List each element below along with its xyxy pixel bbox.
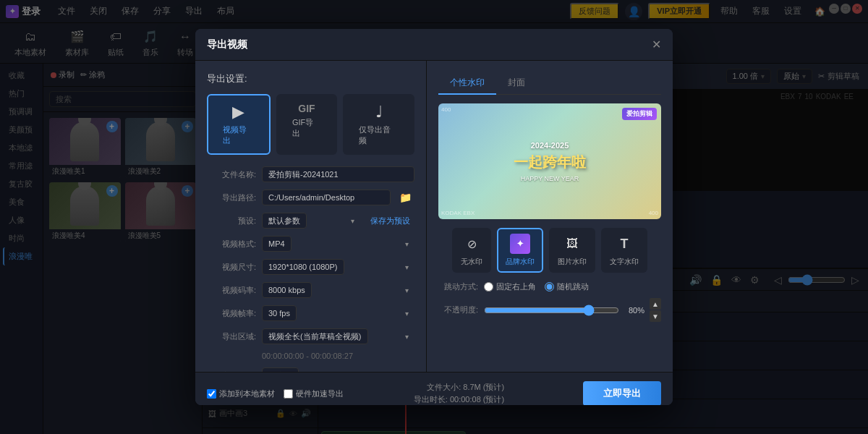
export-dialog: 导出视频 ✕ 导出设置: ▶ 视频导出 GIF GIF导出 [195,29,673,405]
audio-select[interactable]: 双声道 [262,367,299,372]
preview-ruler-marks: 400 [441,106,451,113]
bitrate-label: 视频码率: [207,285,256,296]
random-radio-item[interactable]: 随机跳动 [545,281,589,292]
file-size-info: 文件大小: 8.7M (预计) [427,382,504,393]
time-range-value: 00:00:00:00 - 00:00:08:27 [262,352,353,360]
opacity-decrease-btn[interactable]: ▼ [650,310,661,322]
opacity-slider[interactable] [484,305,619,316]
preview-ruler-right: 400 [649,210,658,216]
preview-sub-text: HAPPY NEW YEAR [521,175,579,182]
dialog-body: 导出设置: ▶ 视频导出 GIF GIF导出 ♩ 仅导出音频 [195,61,673,372]
watermark-tabs: 个性水印 封面 [438,72,661,95]
dialog-overlay: 导出视频 ✕ 导出设置: ▶ 视频导出 GIF GIF导出 [0,0,868,434]
wm-text-watermark[interactable]: T 文字水印 [601,228,647,273]
fixed-radio-item[interactable]: 固定右上角 [484,281,536,292]
preview-year-text: 2024-2025 [531,141,569,150]
hw-accel-input[interactable] [284,389,293,399]
random-radio[interactable] [545,282,554,292]
browse-folder-button[interactable]: 📁 [396,190,414,205]
export-range-row: 导出区域: 视频全长(当前草稿全视频) [207,328,414,344]
preview-image: 2024-2025 一起跨年啦 HAPPY NEW YEAR 爱拍剪辑 KODA… [438,103,661,219]
add-local-label: 添加到本地素材 [219,388,275,399]
watermark-options: ⊘ 无水印 ✦ 品牌水印 🖼 图片水印 T 文字水印 [438,228,661,273]
opacity-label: 不透明度: [438,305,478,315]
brand-watermark-icon: ✦ [510,234,530,254]
no-watermark-icon: ⊘ [461,234,482,254]
audio-row: 音频声道: 双声道 [207,367,414,372]
image-watermark-icon: 🖼 [562,234,582,254]
stepper-buttons: ▲ ▼ [650,298,661,322]
format-row: 视频格式: MP4 [207,236,414,252]
random-label: 随机跳动 [557,281,589,292]
bitrate-select[interactable]: 8000 kbps [262,282,312,298]
filename-label: 文件名称: [207,169,256,180]
no-watermark-label: 无水印 [461,257,482,267]
opacity-slider-row: 80% ▲ ▼ [484,298,661,322]
dialog-right: 个性水印 封面 2024-2025 一起跨年啦 HAPPY NEW YEAR 爱… [427,61,673,372]
audio-label: 音频声道: [207,370,256,373]
resolution-row: 视频尺寸: 1920*1080 (1080P) [207,259,414,275]
opacity-value: 80% [625,306,648,315]
add-local-checkbox[interactable]: 添加到本地素材 [207,388,275,399]
resolution-select-wrapper: 1920*1080 (1080P) [262,259,414,275]
format-select-wrapper: MP4 [262,236,414,252]
wm-brand-watermark[interactable]: ✦ 品牌水印 [497,228,543,273]
add-local-input[interactable] [207,389,216,399]
preset-row: 预设: 默认参数 保存为预设 [207,213,414,229]
time-range-row: 00:00:00:00 - 00:00:08:27 [207,352,414,360]
format-select[interactable]: MP4 [262,236,292,252]
tab-gif-export[interactable]: GIF GIF导出 [276,94,337,155]
export-now-button[interactable]: 立即导出 [583,381,661,405]
opacity-stepper: 80% ▲ ▼ [625,298,661,322]
brand-watermark-label: 品牌水印 [506,257,535,267]
save-preset-button[interactable]: 保存为预设 [366,214,414,228]
framerate-label: 视频帧率: [207,308,256,319]
wm-image-watermark[interactable]: 🖼 图片水印 [549,228,595,273]
wm-tab-watermark[interactable]: 个性水印 [438,72,496,95]
preset-select-wrapper: 默认参数 [262,213,360,229]
path-row: 导出路径: 📁 [207,190,414,205]
export-range-select[interactable]: 视频全长(当前草稿全视频) [262,328,368,344]
bitrate-select-wrapper: 8000 kbps [262,282,414,298]
opacity-row: 不透明度: 80% ▲ ▼ [438,298,661,322]
gif-export-icon: GIF [298,103,315,114]
dialog-left: 导出设置: ▶ 视频导出 GIF GIF导出 ♩ 仅导出音频 [195,61,427,372]
image-watermark-label: 图片水印 [558,257,587,267]
dialog-title: 导出视频 [207,38,247,51]
hw-accel-checkbox[interactable]: 硬件加速导出 [284,388,344,399]
export-tabs: ▶ 视频导出 GIF GIF导出 ♩ 仅导出音频 [207,94,414,155]
jump-mode-label: 跳动方式: [438,281,478,292]
hw-accel-label: 硬件加速导出 [296,388,344,399]
preview-kodak-left: KODAK EBX [441,210,475,216]
tab-video-label: 视频导出 [223,124,255,146]
wm-tab-cover[interactable]: 封面 [496,72,537,95]
dialog-header: 导出视频 ✕ [195,29,673,61]
fixed-label: 固定右上角 [496,281,536,292]
framerate-row: 视频帧率: 30 fps [207,305,414,321]
text-watermark-icon: T [614,234,634,254]
fixed-radio[interactable] [484,282,493,292]
framerate-select[interactable]: 30 fps [262,305,297,321]
preview-image-inner: 2024-2025 一起跨年啦 HAPPY NEW YEAR [438,103,661,219]
video-export-icon: ▶ [232,103,244,122]
export-range-label: 导出区域: [207,331,256,342]
path-input[interactable] [262,190,391,205]
preset-select[interactable]: 默认参数 [262,213,307,229]
tab-video-export[interactable]: ▶ 视频导出 [207,94,271,155]
file-info-block: 文件大小: 8.7M (预计) 导出时长: 00:00:08 (预计) [414,382,504,405]
preview-main-text: 一起跨年啦 [514,153,586,172]
tab-audio-export[interactable]: ♩ 仅导出音频 [343,94,414,155]
filename-input[interactable] [262,166,414,182]
export-settings-title: 导出设置: [207,72,414,85]
opacity-increase-btn[interactable]: ▲ [650,298,661,310]
dialog-close-button[interactable]: ✕ [652,38,661,51]
preview-logo-badge: 爱拍剪辑 [622,108,657,120]
resolution-label: 视频尺寸: [207,262,256,273]
format-label: 视频格式: [207,239,256,250]
resolution-select[interactable]: 1920*1080 (1080P) [262,259,344,275]
wm-no-watermark[interactable]: ⊘ 无水印 [452,228,491,273]
export-range-select-wrapper: 视频全长(当前草稿全视频) [262,328,414,344]
audio-export-icon: ♩ [375,103,383,122]
dialog-footer: 添加到本地素材 硬件加速导出 文件大小: 8.7M (预计) 导出时长: 00:… [195,372,673,405]
preset-label: 预设: [207,216,256,226]
